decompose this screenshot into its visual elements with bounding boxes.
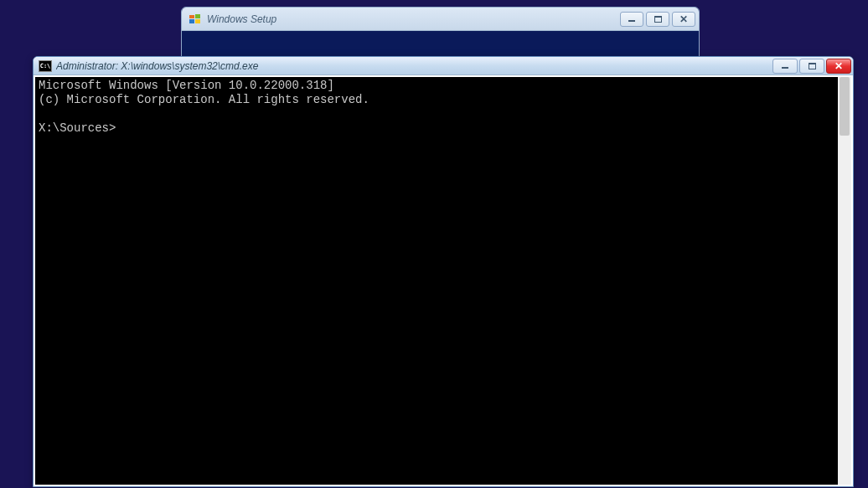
cmd-window-controls: ✕ xyxy=(772,59,851,74)
setup-close-button[interactable]: ✕ xyxy=(672,12,695,27)
cmd-window-title: Administrator: X:\windows\system32\cmd.e… xyxy=(56,60,772,72)
setup-window-controls: ✕ xyxy=(620,12,695,27)
cmd-output-line: Microsoft Windows [Version 10.0.22000.31… xyxy=(39,79,334,92)
setup-minimize-button[interactable] xyxy=(620,12,643,27)
setup-titlebar[interactable]: Windows Setup ✕ xyxy=(182,8,699,31)
cmd-output-line: (c) Microsoft Corporation. All rights re… xyxy=(39,93,369,106)
cmd-prompt: X:\Sources> xyxy=(39,121,116,135)
cmd-scrollbar[interactable] xyxy=(838,77,851,485)
minimize-icon xyxy=(782,67,788,69)
cmd-close-button[interactable]: ✕ xyxy=(826,59,851,74)
cmd-app-icon: C:\ xyxy=(39,60,52,72)
maximize-icon xyxy=(654,16,662,23)
cmd-titlebar[interactable]: C:\ Administrator: X:\windows\system32\c… xyxy=(34,57,853,75)
setup-maximize-button[interactable] xyxy=(646,12,669,27)
setup-window-title: Windows Setup xyxy=(207,13,620,25)
svg-rect-3 xyxy=(195,19,200,23)
cmd-body-wrapper: Microsoft Windows [Version 10.0.22000.31… xyxy=(34,75,853,486)
svg-rect-2 xyxy=(189,19,194,23)
cmd-minimize-button[interactable] xyxy=(772,59,798,74)
close-icon: ✕ xyxy=(834,61,843,71)
cmd-scrollbar-thumb[interactable] xyxy=(840,77,850,136)
cmd-maximize-button[interactable] xyxy=(799,59,824,74)
setup-app-icon xyxy=(189,13,202,26)
cmd-window: C:\ Administrator: X:\windows\system32\c… xyxy=(33,56,854,487)
svg-rect-0 xyxy=(189,15,194,18)
cmd-terminal-area[interactable]: Microsoft Windows [Version 10.0.22000.31… xyxy=(35,77,851,485)
maximize-icon xyxy=(809,63,816,69)
svg-rect-1 xyxy=(195,14,200,18)
close-icon: ✕ xyxy=(679,14,688,24)
minimize-icon xyxy=(628,20,635,22)
